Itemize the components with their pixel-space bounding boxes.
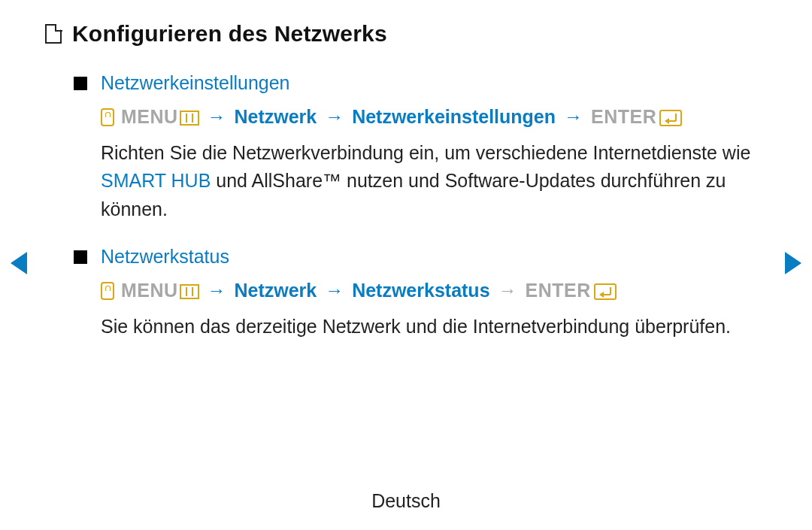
menu-label: MENU xyxy=(121,106,178,127)
section-title: Netzwerkeinstellungen xyxy=(101,72,290,94)
section-body: Richten Sie die Netzwerkverbindung ein, … xyxy=(101,139,767,224)
path-segment-1: Netzwerk xyxy=(234,106,317,127)
arrow-separator: → xyxy=(495,280,520,301)
nav-prev-button[interactable] xyxy=(11,252,27,274)
remote-icon xyxy=(101,108,114,126)
path-segment-2: Netzwerkeinstellungen xyxy=(352,106,556,127)
navigation-path: MENU → Netzwerk → Netzwerkstatus → ENTER xyxy=(101,277,767,305)
arrow-separator: → xyxy=(322,280,347,301)
title-row: Konfigurieren des Netzwerks xyxy=(45,21,767,47)
menu-label: MENU xyxy=(121,280,178,301)
smart-hub-label: SMART HUB xyxy=(101,170,211,191)
path-segment-1: Netzwerk xyxy=(234,280,317,301)
path-segment-2: Netzwerkstatus xyxy=(352,280,489,301)
footer-language: Deutsch xyxy=(0,490,812,512)
nav-next-button[interactable] xyxy=(785,252,801,274)
arrow-separator: → xyxy=(205,106,229,127)
page-title: Konfigurieren des Netzwerks xyxy=(72,21,387,47)
sheet-icon xyxy=(45,24,62,44)
enter-icon xyxy=(659,110,682,126)
menu-grid-icon xyxy=(180,284,199,299)
square-bullet-icon xyxy=(74,77,87,90)
menu-grid-icon xyxy=(180,111,199,126)
arrow-separator: → xyxy=(205,280,229,301)
square-bullet-icon xyxy=(74,250,87,264)
section-title: Netzwerkstatus xyxy=(101,246,229,268)
arrow-separator: → xyxy=(561,106,586,127)
section-body: Sie können das derzeitige Netzwerk und d… xyxy=(101,313,767,341)
remote-icon xyxy=(101,282,114,300)
section-netzwerkstatus: Netzwerkstatus MENU → Netzwerk → Netzwer… xyxy=(74,246,767,341)
enter-label: ENTER xyxy=(591,106,656,127)
section-head: Netzwerkeinstellungen xyxy=(74,72,767,94)
arrow-separator: → xyxy=(322,106,347,127)
body-text-pre: Richten Sie die Netzwerkverbindung ein, … xyxy=(101,142,750,163)
section-netzwerkeinstellungen: Netzwerkeinstellungen MENU → Netzwerk → … xyxy=(74,72,767,223)
enter-icon xyxy=(594,283,617,300)
enter-label: ENTER xyxy=(525,280,590,301)
section-head: Netzwerkstatus xyxy=(74,246,767,268)
navigation-path: MENU → Netzwerk → Netzwerkeinstellungen … xyxy=(101,103,767,132)
